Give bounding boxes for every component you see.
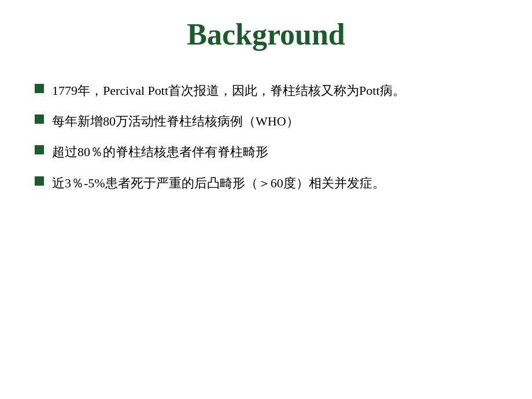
bullet-marker-2: [35, 114, 44, 124]
slide-title: Background: [35, 17, 497, 57]
bullet-text-1: 1779年，Percival Pott首次报道，因此，脊柱结核又称为Pott病。: [52, 80, 405, 101]
bullet-text-3: 超过80％的脊柱结核患者伴有脊柱畸形: [52, 142, 268, 162]
list-item: 1779年，Percival Pott首次报道，因此，脊柱结核又称为Pott病。: [35, 80, 497, 101]
list-item: 超过80％的脊柱结核患者伴有脊柱畸形: [35, 142, 497, 162]
bullet-marker-3: [35, 145, 44, 154]
bullet-marker-4: [35, 176, 44, 186]
list-item: 近3％-5%患者死于严重的后凸畸形（＞60度）相关并发症。: [35, 173, 497, 193]
bullet-text-4: 近3％-5%患者死于严重的后凸畸形（＞60度）相关并发症。: [52, 173, 385, 193]
list-item: 每年新增80万活动性脊柱结核病例（WHO）: [35, 111, 497, 131]
slide: Background 1779年，Percival Pott首次报道，因此，脊柱…: [0, 0, 532, 399]
bullet-marker-1: [35, 84, 44, 93]
bullet-text-2: 每年新增80万活动性脊柱结核病例（WHO）: [52, 111, 299, 131]
bullet-list: 1779年，Percival Pott首次报道，因此，脊柱结核又称为Pott病。…: [35, 75, 497, 376]
